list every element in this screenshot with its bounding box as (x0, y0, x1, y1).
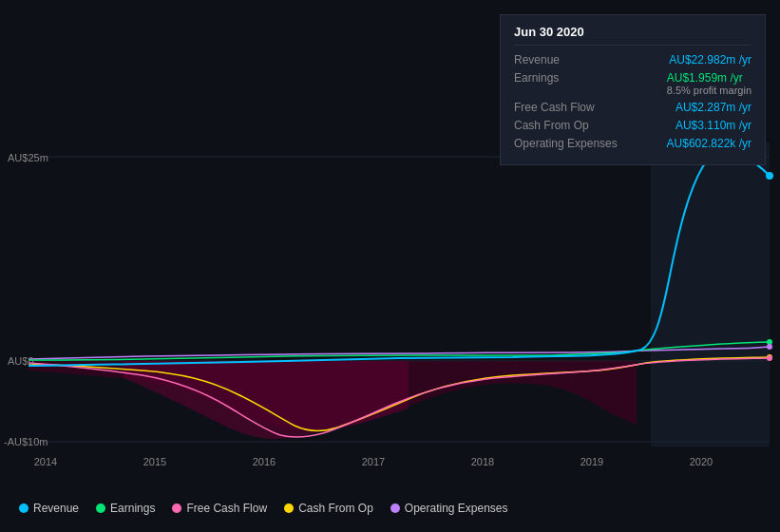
svg-text:2016: 2016 (253, 456, 276, 467)
opex-dot (390, 504, 400, 513)
tooltip-fcf-label: Free Cash Flow (514, 101, 618, 114)
tooltip-earnings-value: AU$1.959m /yr (667, 71, 743, 85)
svg-text:2017: 2017 (362, 456, 385, 467)
legend-opex-label: Operating Expenses (405, 502, 508, 515)
svg-text:-AU$10m: -AU$10m (4, 436, 48, 447)
chart-container: AU$25m AU$0 -AU$10m 2014 2015 2016 2017 … (0, 0, 780, 532)
tooltip-earnings-values: AU$1.959m /yr 8.5% profit margin (667, 71, 751, 96)
tooltip-revenue-value: AU$22.982m /yr (669, 53, 751, 66)
tooltip-earnings-row: Earnings AU$1.959m /yr 8.5% profit margi… (514, 71, 751, 96)
tooltip-cfo-value: AU$3.110m /yr (675, 119, 751, 132)
tooltip-fcf-value: AU$2.287m /yr (675, 101, 751, 114)
svg-text:AU$25m: AU$25m (8, 152, 48, 163)
svg-point-8 (767, 344, 772, 350)
legend-earnings-label: Earnings (110, 502, 155, 515)
fcf-dot (172, 504, 181, 513)
earnings-dot (96, 504, 105, 513)
legend-fcf[interactable]: Free Cash Flow (172, 502, 267, 515)
svg-rect-4 (651, 142, 770, 446)
tooltip-fcf-row: Free Cash Flow AU$2.287m /yr (514, 101, 751, 114)
tooltip-cfo-label: Cash From Op (514, 119, 618, 132)
svg-text:AU$0: AU$0 (8, 355, 34, 367)
svg-text:2014: 2014 (34, 456, 57, 467)
tooltip-opex-value: AU$602.822k /yr (667, 137, 751, 150)
tooltip-cfo-row: Cash From Op AU$3.110m /yr (514, 119, 751, 132)
cfo-dot (284, 504, 294, 513)
svg-text:2018: 2018 (471, 456, 494, 467)
legend-revenue-label: Revenue (33, 502, 79, 515)
tooltip-profit-margin: 8.5% profit margin (667, 85, 751, 96)
tooltip-date: Jun 30 2020 (514, 25, 751, 46)
svg-point-6 (766, 172, 773, 180)
legend-earnings[interactable]: Earnings (96, 502, 155, 515)
tooltip-revenue-label: Revenue (514, 53, 618, 66)
svg-point-10 (767, 355, 772, 361)
tooltip-opex-row: Operating Expenses AU$602.822k /yr (514, 137, 751, 150)
tooltip-revenue-row: Revenue AU$22.982m /yr (514, 53, 751, 66)
tooltip-earnings-label: Earnings (514, 71, 618, 85)
revenue-dot (19, 504, 29, 513)
svg-text:2019: 2019 (580, 456, 603, 467)
tooltip-card: Jun 30 2020 Revenue AU$22.982m /yr Earni… (500, 14, 766, 165)
chart-legend: Revenue Earnings Free Cash Flow Cash Fro… (19, 502, 508, 515)
svg-text:2020: 2020 (690, 456, 713, 467)
legend-revenue[interactable]: Revenue (19, 502, 79, 515)
legend-cfo-label: Cash From Op (298, 502, 373, 515)
svg-text:2015: 2015 (143, 456, 166, 467)
tooltip-opex-label: Operating Expenses (514, 137, 618, 150)
legend-cfo[interactable]: Cash From Op (284, 502, 373, 515)
legend-opex[interactable]: Operating Expenses (390, 502, 508, 515)
legend-fcf-label: Free Cash Flow (186, 502, 267, 515)
